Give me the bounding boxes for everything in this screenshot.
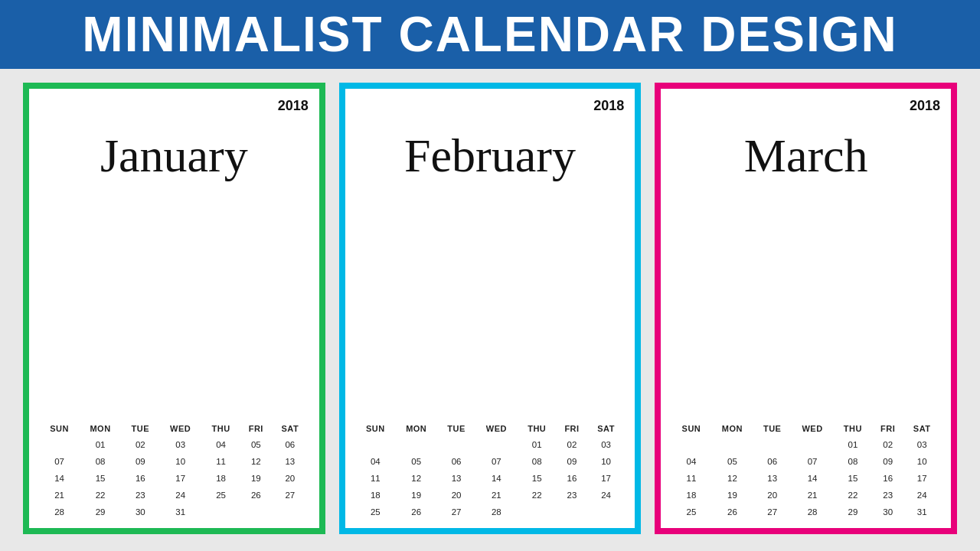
calendar-day bbox=[272, 504, 309, 520]
calendar-day: 10 bbox=[159, 453, 202, 470]
day-header-sat: SAT bbox=[272, 421, 309, 436]
calendar-day: 26 bbox=[711, 504, 754, 520]
calendar-day: 23 bbox=[122, 487, 159, 504]
grid-january: SUNMONTUEWEDTHUFRISAT0102030405060708091… bbox=[40, 421, 309, 520]
calendar-day bbox=[475, 436, 518, 453]
calendar-day: 24 bbox=[159, 487, 202, 504]
day-header-mon: MON bbox=[711, 421, 754, 436]
day-header-fri: FRI bbox=[872, 421, 903, 436]
day-header-sun: SUN bbox=[356, 421, 395, 436]
calendar-day: 24 bbox=[588, 487, 625, 504]
calendar-day: 19 bbox=[395, 487, 438, 504]
calendar-day: 21 bbox=[40, 487, 79, 504]
day-header-sat: SAT bbox=[588, 421, 625, 436]
calendar-day: 17 bbox=[588, 470, 625, 487]
calendar-day bbox=[240, 504, 272, 520]
calendar-day bbox=[711, 436, 754, 453]
calendar-day: 03 bbox=[588, 436, 625, 453]
day-header-mon: MON bbox=[79, 421, 122, 436]
calendar-january: 2018JanuarySUNMONTUEWEDTHUFRISAT01020304… bbox=[23, 83, 325, 534]
grid-march: SUNMONTUEWEDTHUFRISAT0102030405060708091… bbox=[671, 421, 940, 520]
calendar-day: 10 bbox=[588, 453, 625, 470]
calendar-day: 02 bbox=[872, 436, 903, 453]
calendar-day: 14 bbox=[475, 470, 518, 487]
calendar-day: 11 bbox=[671, 470, 710, 487]
calendar-day: 06 bbox=[272, 436, 309, 453]
calendar-day bbox=[556, 504, 587, 520]
calendar-day: 06 bbox=[753, 453, 791, 470]
calendar-day bbox=[518, 504, 556, 520]
header: MINIMALIST CALENDAR DESIGN bbox=[0, 0, 980, 69]
calendar-day: 20 bbox=[272, 470, 309, 487]
calendar-day: 05 bbox=[711, 453, 754, 470]
calendar-day: 08 bbox=[79, 453, 122, 470]
day-header-sat: SAT bbox=[903, 421, 940, 436]
calendar-day: 29 bbox=[79, 504, 122, 520]
calendar-day: 14 bbox=[40, 470, 79, 487]
year-march: 2018 bbox=[671, 98, 940, 114]
calendar-day: 05 bbox=[395, 453, 438, 470]
calendar-day: 16 bbox=[556, 470, 587, 487]
calendar-day: 29 bbox=[834, 504, 872, 520]
calendar-day: 18 bbox=[671, 487, 710, 504]
calendar-day: 12 bbox=[395, 470, 438, 487]
calendar-day: 12 bbox=[240, 453, 272, 470]
day-header-tue: TUE bbox=[438, 421, 475, 436]
calendar-day: 07 bbox=[791, 453, 834, 470]
calendar-day: 21 bbox=[475, 487, 518, 504]
calendar-day: 27 bbox=[753, 504, 791, 520]
calendar-day: 12 bbox=[711, 470, 754, 487]
calendar-day: 02 bbox=[122, 436, 159, 453]
calendar-day bbox=[395, 436, 438, 453]
calendar-day: 23 bbox=[556, 487, 587, 504]
calendar-day bbox=[753, 436, 791, 453]
calendar-day: 04 bbox=[356, 453, 395, 470]
calendar-day: 13 bbox=[438, 470, 475, 487]
calendar-day: 25 bbox=[671, 504, 710, 520]
day-header-wed: WED bbox=[159, 421, 202, 436]
calendar-day: 03 bbox=[903, 436, 940, 453]
calendar-day: 16 bbox=[122, 470, 159, 487]
calendar-day: 25 bbox=[201, 487, 240, 504]
calendar-day: 22 bbox=[518, 487, 556, 504]
calendar-day: 28 bbox=[791, 504, 834, 520]
day-header-thu: THU bbox=[518, 421, 556, 436]
calendar-day: 27 bbox=[272, 487, 309, 504]
grid-february: SUNMONTUEWEDTHUFRISAT0102030405060708091… bbox=[356, 421, 625, 520]
month-name-february: February bbox=[356, 129, 625, 181]
calendar-day: 15 bbox=[518, 470, 556, 487]
calendar-day: 20 bbox=[438, 487, 475, 504]
calendar-day: 15 bbox=[834, 470, 872, 487]
calendar-day: 06 bbox=[438, 453, 475, 470]
calendar-day: 28 bbox=[40, 504, 79, 520]
year-february: 2018 bbox=[356, 98, 625, 114]
calendar-day bbox=[588, 504, 625, 520]
calendar-day: 31 bbox=[903, 504, 940, 520]
calendar-day: 24 bbox=[903, 487, 940, 504]
calendar-day: 17 bbox=[903, 470, 940, 487]
calendar-day bbox=[791, 436, 834, 453]
calendar-day: 28 bbox=[475, 504, 518, 520]
calendar-day: 19 bbox=[240, 470, 272, 487]
calendar-day bbox=[201, 504, 240, 520]
calendar-day: 26 bbox=[395, 504, 438, 520]
calendar-day: 22 bbox=[79, 487, 122, 504]
calendar-day: 16 bbox=[872, 470, 903, 487]
calendar-day: 05 bbox=[240, 436, 272, 453]
calendar-day: 01 bbox=[518, 436, 556, 453]
calendar-march: 2018MarchSUNMONTUEWEDTHUFRISAT0102030405… bbox=[655, 83, 957, 534]
calendar-day: 10 bbox=[903, 453, 940, 470]
calendar-day: 01 bbox=[834, 436, 872, 453]
calendar-day: 09 bbox=[556, 453, 587, 470]
calendar-day: 18 bbox=[201, 470, 240, 487]
day-header-mon: MON bbox=[395, 421, 438, 436]
calendar-day: 07 bbox=[40, 453, 79, 470]
calendar-day: 30 bbox=[122, 504, 159, 520]
calendars-container: 2018JanuarySUNMONTUEWEDTHUFRISAT01020304… bbox=[0, 69, 980, 551]
day-header-wed: WED bbox=[791, 421, 834, 436]
day-header-tue: TUE bbox=[753, 421, 791, 436]
calendar-day: 26 bbox=[240, 487, 272, 504]
day-header-fri: FRI bbox=[556, 421, 587, 436]
day-header-sun: SUN bbox=[40, 421, 79, 436]
calendar-day bbox=[438, 436, 475, 453]
